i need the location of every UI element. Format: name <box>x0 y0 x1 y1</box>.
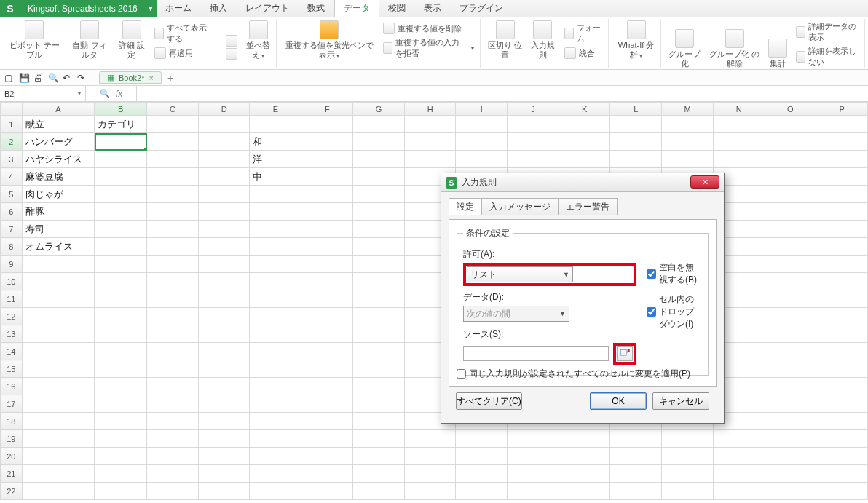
col-header-O[interactable]: O <box>765 103 816 116</box>
cell-D7[interactable] <box>198 221 250 238</box>
cell-P22[interactable] <box>816 483 868 500</box>
col-header-J[interactable]: J <box>508 103 559 116</box>
cell-F3[interactable] <box>301 151 353 168</box>
cell-E18[interactable] <box>250 413 301 430</box>
cell-A12[interactable] <box>22 308 95 325</box>
cell-C6[interactable] <box>147 203 199 221</box>
cell-K19[interactable] <box>559 430 610 448</box>
cell-E6[interactable] <box>250 203 301 221</box>
cell-O18[interactable] <box>765 413 816 430</box>
cell-P9[interactable] <box>816 256 868 273</box>
cell-F8[interactable] <box>301 238 353 256</box>
cell-H22[interactable] <box>404 483 456 500</box>
cell-E22[interactable] <box>250 483 301 500</box>
cell-A6[interactable]: 酢豚 <box>22 203 95 221</box>
cell-L1[interactable] <box>610 116 662 133</box>
cell-F7[interactable] <box>301 221 353 238</box>
cell-G21[interactable] <box>353 465 405 483</box>
cell-P6[interactable] <box>816 203 868 221</box>
col-header-C[interactable]: C <box>147 103 199 116</box>
cell-A13[interactable] <box>22 325 95 343</box>
cell-A20[interactable] <box>22 448 95 465</box>
auto-filter-button[interactable]: 自動 フィルタ <box>69 20 111 60</box>
cell-A3[interactable]: ハヤシライス <box>22 151 95 168</box>
remove-duplicates-button[interactable]: 重複する値を削除 <box>382 22 476 35</box>
cell-K1[interactable] <box>559 116 610 133</box>
col-header-A[interactable]: A <box>22 103 95 116</box>
cell-D21[interactable] <box>198 465 250 483</box>
cell-D2[interactable] <box>198 133 250 151</box>
cell-G7[interactable] <box>353 221 405 238</box>
row-header-1[interactable]: 1 <box>1 116 23 133</box>
cell-B5[interactable] <box>95 186 147 203</box>
cell-A22[interactable] <box>22 483 95 500</box>
cell-I19[interactable] <box>456 430 508 448</box>
row-header-11[interactable]: 11 <box>1 290 23 308</box>
cell-C1[interactable] <box>147 116 199 133</box>
col-header-L[interactable]: L <box>610 103 662 116</box>
data-validation-button[interactable]: 入力規則 <box>529 20 556 60</box>
cell-O7[interactable] <box>765 221 816 238</box>
cell-E14[interactable] <box>250 343 301 360</box>
new-icon[interactable]: ▢ <box>4 73 15 83</box>
cell-A15[interactable] <box>22 360 95 378</box>
col-header-I[interactable]: I <box>456 103 508 116</box>
cell-B6[interactable] <box>95 203 147 221</box>
cell-M22[interactable] <box>662 483 714 500</box>
cell-B7[interactable] <box>95 221 147 238</box>
cell-O1[interactable] <box>765 116 816 133</box>
cell-B18[interactable] <box>95 413 147 430</box>
cell-M20[interactable] <box>662 448 714 465</box>
row-header-15[interactable]: 15 <box>1 360 23 378</box>
cell-A14[interactable] <box>22 343 95 360</box>
cell-E11[interactable] <box>250 290 301 308</box>
cell-O21[interactable] <box>765 465 816 483</box>
cell-M1[interactable] <box>662 116 714 133</box>
row-header-19[interactable]: 19 <box>1 430 23 448</box>
cell-A21[interactable] <box>22 465 95 483</box>
cell-O10[interactable] <box>765 273 816 290</box>
formula-input[interactable] <box>137 86 868 101</box>
range-selector-button[interactable] <box>617 346 633 361</box>
cell-B1[interactable]: カテゴリ <box>95 116 147 133</box>
cell-P16[interactable] <box>816 378 868 395</box>
text-to-columns-button[interactable]: 区切り 位置 <box>488 20 522 60</box>
cell-A9[interactable] <box>22 256 95 273</box>
document-tab[interactable]: ▦ Book2* × <box>99 71 162 84</box>
row-header-5[interactable]: 5 <box>1 186 23 203</box>
cell-N19[interactable] <box>713 430 765 448</box>
cell-A19[interactable] <box>22 430 95 448</box>
cell-J3[interactable] <box>508 151 559 168</box>
cell-A16[interactable] <box>22 378 95 395</box>
cell-P3[interactable] <box>816 151 868 168</box>
cell-D8[interactable] <box>198 238 250 256</box>
row-header-14[interactable]: 14 <box>1 343 23 360</box>
cell-N22[interactable] <box>713 483 765 500</box>
col-header-D[interactable]: D <box>198 103 250 116</box>
new-tab-button[interactable]: + <box>167 72 173 84</box>
cell-K21[interactable] <box>559 465 610 483</box>
cell-O14[interactable] <box>765 343 816 360</box>
cell-E2[interactable]: 和 <box>250 133 301 151</box>
cell-B9[interactable] <box>95 256 147 273</box>
cell-D10[interactable] <box>198 273 250 290</box>
cell-P1[interactable] <box>816 116 868 133</box>
cell-B16[interactable] <box>95 378 147 395</box>
cell-J19[interactable] <box>508 430 559 448</box>
advanced-button[interactable]: 詳細 設定 <box>117 20 146 60</box>
cell-B8[interactable] <box>95 238 147 256</box>
cell-D12[interactable] <box>198 308 250 325</box>
cell-J1[interactable] <box>508 116 559 133</box>
cell-I3[interactable] <box>456 151 508 168</box>
cell-C20[interactable] <box>147 448 199 465</box>
cell-B15[interactable] <box>95 360 147 378</box>
cell-B17[interactable] <box>95 395 147 413</box>
row-header-9[interactable]: 9 <box>1 256 23 273</box>
sort-asc-button[interactable] <box>226 35 237 60</box>
sort-button[interactable]: 並べ替え▾ <box>245 20 272 60</box>
cell-B11[interactable] <box>95 290 147 308</box>
ignore-blank-checkbox[interactable]: 空白を無視する(B) <box>647 261 702 286</box>
row-header-6[interactable]: 6 <box>1 203 23 221</box>
cell-P4[interactable] <box>816 168 868 186</box>
cell-E10[interactable] <box>250 273 301 290</box>
